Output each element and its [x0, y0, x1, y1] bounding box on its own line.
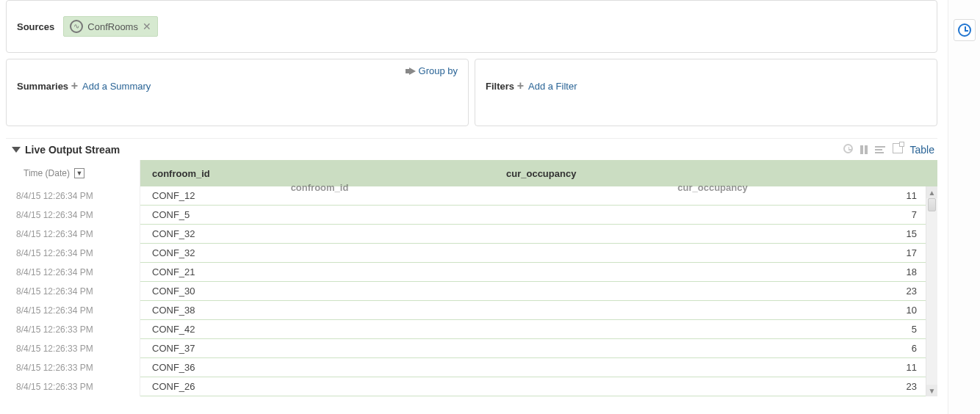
- scroll-down-icon[interactable]: ▼: [926, 385, 937, 396]
- table-row[interactable]: CONF_2623: [140, 377, 937, 396]
- cell-cur-occupancy: 23: [500, 381, 937, 392]
- plus-icon: +: [71, 80, 78, 92]
- clock-icon: [958, 23, 971, 37]
- scroll-thumb[interactable]: [928, 198, 936, 211]
- cell-cur-occupancy: 15: [500, 228, 937, 239]
- table-row[interactable]: CONF_3217: [140, 244, 937, 263]
- cell-cur-occupancy: 18: [500, 266, 937, 277]
- add-summary-label: Add a Summary: [82, 81, 151, 92]
- timestamp-cell: 8/4/15 12:26:34 PM: [6, 186, 140, 206]
- timestamp-cell: 8/4/15 12:26:34 PM: [6, 206, 140, 225]
- cell-cur-occupancy: 11: [500, 190, 937, 201]
- live-output-header: Live Output Stream Table: [6, 138, 937, 160]
- table-row[interactable]: CONF_3023: [140, 282, 937, 301]
- cell-confroom-id: CONF_30: [140, 286, 500, 297]
- group-by-label: Group by: [419, 65, 458, 76]
- right-rail: [948, 0, 980, 414]
- cell-cur-occupancy: 17: [500, 247, 937, 258]
- timestamp-cell: 8/4/15 12:26:33 PM: [6, 339, 140, 358]
- table-row[interactable]: CONF_1211: [140, 186, 937, 206]
- add-filter-label: Add a Filter: [528, 81, 577, 92]
- timestamp-cell: 8/4/15 12:26:34 PM: [6, 263, 140, 282]
- time-dropdown-icon[interactable]: ▼: [74, 168, 84, 178]
- collapse-toggle-icon[interactable]: [12, 147, 21, 153]
- live-output-title: Live Output Stream: [25, 144, 843, 156]
- cell-confroom-id: CONF_5: [140, 209, 500, 220]
- time-column: Time (Date) ▼ 8/4/15 12:26:34 PM8/4/15 1…: [6, 160, 140, 396]
- summaries-panel: Summaries Group by + Add a Summary: [6, 59, 469, 126]
- table-row[interactable]: CONF_3215: [140, 225, 937, 244]
- cell-cur-occupancy: 6: [500, 343, 937, 354]
- history-button[interactable]: [954, 19, 976, 41]
- cell-cur-occupancy: 7: [500, 209, 937, 220]
- cell-cur-occupancy: 10: [500, 305, 937, 316]
- format-icon[interactable]: [875, 146, 885, 153]
- table-row[interactable]: CONF_425: [140, 320, 937, 339]
- remove-source-icon[interactable]: ✕: [143, 21, 151, 32]
- sources-title: Sources: [17, 21, 54, 32]
- table-row[interactable]: CONF_376: [140, 339, 937, 358]
- add-filter-button[interactable]: + Add a Filter: [517, 80, 577, 92]
- timestamp-cell: 8/4/15 12:26:34 PM: [6, 301, 140, 320]
- table-row[interactable]: CONF_2118: [140, 263, 937, 282]
- sources-panel: Sources ∿ ConfRooms ✕: [6, 0, 937, 53]
- timestamp-cell: 8/4/15 12:26:33 PM: [6, 358, 140, 377]
- pause-icon[interactable]: [860, 145, 868, 154]
- timestamp-cell: 8/4/15 12:26:34 PM: [6, 282, 140, 301]
- source-chip-confrooms[interactable]: ∿ ConfRooms ✕: [63, 16, 158, 37]
- cell-cur-occupancy: 23: [500, 286, 937, 297]
- cell-cur-occupancy: 11: [500, 362, 937, 373]
- filters-panel: Filters + Add a Filter: [475, 59, 937, 126]
- timestamp-cell: 8/4/15 12:26:34 PM: [6, 244, 140, 263]
- column-header-cur-occupancy[interactable]: cur_occupancy: [500, 168, 937, 179]
- cell-confroom-id: CONF_26: [140, 381, 500, 392]
- cell-confroom-id: CONF_42: [140, 324, 500, 335]
- view-mode-table[interactable]: Table: [910, 144, 934, 156]
- timestamp-cell: 8/4/15 12:26:33 PM: [6, 320, 140, 339]
- cell-confroom-id: CONF_32: [140, 247, 500, 258]
- table-row[interactable]: CONF_3810: [140, 301, 937, 320]
- cell-confroom-id: CONF_37: [140, 343, 500, 354]
- table-row[interactable]: CONF_3611: [140, 358, 937, 377]
- cell-confroom-id: CONF_12: [140, 190, 500, 201]
- clock-icon[interactable]: [843, 143, 853, 156]
- plus-icon: +: [517, 80, 524, 92]
- time-column-header: Time (Date): [24, 168, 70, 178]
- filters-title: Filters: [486, 81, 514, 92]
- arrow-right-icon: [409, 68, 416, 75]
- cell-cur-occupancy: 5: [500, 324, 937, 335]
- add-summary-button[interactable]: + Add a Summary: [71, 80, 151, 92]
- table-header: confroom_id cur_occupancy: [140, 160, 937, 186]
- table-row[interactable]: CONF_57: [140, 206, 937, 225]
- timestamp-cell: 8/4/15 12:26:33 PM: [6, 377, 140, 396]
- column-header-confroom-id[interactable]: confroom_id: [140, 168, 500, 179]
- source-chip-label: ConfRooms: [87, 21, 138, 32]
- cell-confroom-id: CONF_32: [140, 228, 500, 239]
- group-by-button[interactable]: Group by: [409, 65, 458, 76]
- cell-confroom-id: CONF_36: [140, 362, 500, 373]
- cell-confroom-id: CONF_21: [140, 266, 500, 277]
- summaries-title: Summaries: [17, 81, 68, 92]
- expand-icon[interactable]: [893, 143, 903, 156]
- vertical-scrollbar[interactable]: ▲ ▼: [926, 186, 937, 396]
- timestamp-cell: 8/4/15 12:26:34 PM: [6, 225, 140, 244]
- cell-confroom-id: CONF_38: [140, 305, 500, 316]
- data-table: confroom_id cur_occupancy confroom_id cu…: [140, 160, 937, 396]
- scroll-up-icon[interactable]: ▲: [926, 186, 937, 198]
- stream-icon: ∿: [70, 20, 83, 33]
